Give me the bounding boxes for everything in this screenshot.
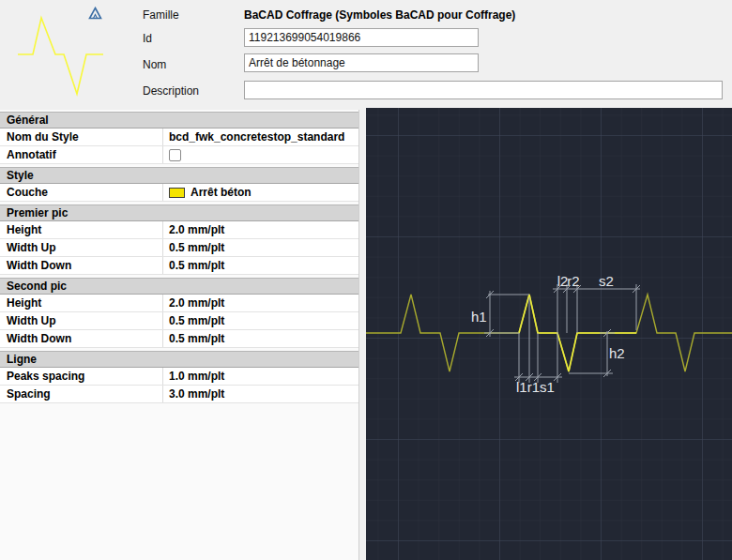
annotative-icon bbox=[88, 7, 102, 24]
layer-name: Arrêt béton bbox=[191, 184, 252, 201]
row-premier-width-down[interactable]: Width Down 0.5 mm/plt bbox=[0, 257, 358, 275]
row-value[interactable]: 2.0 mm/plt bbox=[162, 295, 358, 311]
nom-input[interactable] bbox=[244, 53, 479, 72]
row-second-height[interactable]: Height 2.0 mm/plt bbox=[0, 295, 358, 312]
row-label: Width Down bbox=[0, 330, 162, 347]
row-label: Nom du Style bbox=[0, 129, 162, 145]
layer-color-swatch[interactable] bbox=[169, 188, 185, 198]
preview-zigzag bbox=[18, 18, 103, 94]
row-premier-width-up[interactable]: Width Up 0.5 mm/plt bbox=[0, 239, 358, 257]
row-value[interactable]: Arrêt béton bbox=[162, 184, 358, 201]
famille-label: Famille bbox=[143, 8, 179, 22]
cad-preview-viewport[interactable]: h1 l2 r2 s2 h2 l1r1s1 bbox=[366, 108, 732, 560]
row-label: Height bbox=[0, 295, 162, 311]
dim-label-h2: h2 bbox=[609, 345, 625, 361]
symbol-preview bbox=[0, 0, 122, 109]
row-value[interactable] bbox=[162, 146, 358, 163]
row-premier-height[interactable]: Height 2.0 mm/plt bbox=[0, 221, 358, 239]
grid-major bbox=[366, 108, 732, 560]
row-label: Peaks spacing bbox=[0, 368, 162, 385]
dim-label-r2: r2 bbox=[567, 273, 579, 289]
id-input[interactable] bbox=[244, 28, 479, 47]
section-header-style: Style bbox=[0, 167, 358, 184]
row-label: Width Up bbox=[0, 312, 162, 329]
famille-value: BaCAD Coffrage (Symboles BaCAD pour Coff… bbox=[244, 8, 515, 22]
annotatif-checkbox[interactable] bbox=[169, 149, 181, 161]
section-header-second-pic: Second pic bbox=[0, 278, 358, 295]
dim-label-l1r1s1: l1r1s1 bbox=[516, 379, 555, 395]
row-annotatif[interactable]: Annotatif bbox=[0, 146, 358, 164]
row-label: Height bbox=[0, 221, 162, 238]
description-input[interactable] bbox=[244, 81, 723, 99]
section-header-premier-pic: Premier pic bbox=[0, 204, 358, 221]
id-label: Id bbox=[143, 32, 152, 45]
property-panel: Général Nom du Style bcd_fwk_concretesto… bbox=[0, 110, 359, 560]
row-second-width-down[interactable]: Width Down 0.5 mm/plt bbox=[0, 330, 358, 348]
nom-label: Nom bbox=[143, 58, 166, 71]
section-header-general: Général bbox=[0, 112, 358, 129]
row-couche[interactable]: Couche Arrêt béton bbox=[0, 184, 358, 202]
row-spacing[interactable]: Spacing 3.0 mm/plt bbox=[0, 386, 358, 403]
description-label: Description bbox=[143, 84, 199, 98]
row-nom-du-style[interactable]: Nom du Style bcd_fwk_concretestop_standa… bbox=[0, 129, 358, 146]
row-peaks-spacing[interactable]: Peaks spacing 1.0 mm/plt bbox=[0, 368, 358, 386]
dim-label-s2: s2 bbox=[599, 273, 614, 289]
row-value[interactable]: 2.0 mm/plt bbox=[162, 221, 358, 238]
row-label: Annotatif bbox=[0, 146, 162, 163]
row-value[interactable]: 0.5 mm/plt bbox=[162, 330, 358, 347]
row-value[interactable]: 0.5 mm/plt bbox=[162, 239, 358, 256]
row-value[interactable]: 1.0 mm/plt bbox=[162, 368, 358, 385]
section-header-ligne: Ligne bbox=[0, 351, 358, 368]
row-label: Width Up bbox=[0, 239, 162, 256]
row-label: Spacing bbox=[0, 386, 162, 402]
row-second-width-up[interactable]: Width Up 0.5 mm/plt bbox=[0, 312, 358, 330]
row-label: Width Down bbox=[0, 257, 162, 274]
dim-label-h1: h1 bbox=[471, 309, 487, 325]
row-value[interactable]: 3.0 mm/plt bbox=[162, 386, 358, 402]
row-value[interactable]: 0.5 mm/plt bbox=[162, 257, 358, 274]
row-value[interactable]: 0.5 mm/plt bbox=[162, 312, 358, 329]
row-value[interactable]: bcd_fwk_concretestop_standard bbox=[162, 129, 358, 145]
row-label: Couche bbox=[0, 184, 162, 201]
